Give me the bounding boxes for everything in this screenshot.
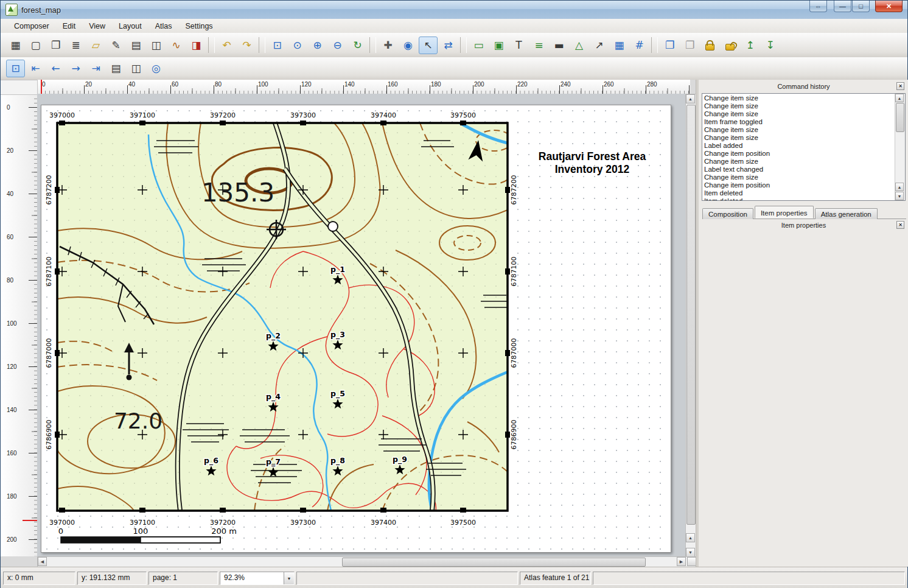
maximize-button[interactable]: □ [852,1,870,12]
group-items-button[interactable]: ❐ [660,37,679,54]
save-project-icon: ▦ [10,40,20,51]
history-item[interactable]: Change item size [702,110,895,118]
zoom-out-button[interactable]: ⊖ [328,37,347,54]
atlas-previous-feature-button[interactable]: ← [46,60,65,77]
scroll-down-button-2[interactable]: ▼ [686,548,695,557]
unlock-all-items-button[interactable] [721,37,739,54]
add-html-frame-button[interactable]: # [630,37,649,54]
add-arrow-button[interactable]: ↗ [590,37,609,54]
pan-button[interactable]: ✚ [379,37,397,54]
redo-button[interactable]: ↷ [237,37,256,54]
tab-atlas-generation[interactable]: Atlas generation [815,208,878,219]
ruler-left-number: 160 [7,450,17,457]
history-item[interactable]: Item deleted [702,189,895,197]
add-new-label-button[interactable]: T [509,37,528,54]
svg-text:397500: 397500 [450,519,476,527]
lower-selected-items-button[interactable]: ↧ [761,37,780,54]
menu-atlas[interactable]: Atlas [149,20,178,32]
history-scroll-up[interactable]: ▲ [895,94,904,102]
atlas-settings-button[interactable]: ◎ [147,60,166,77]
menu-layout[interactable]: Layout [113,20,148,32]
ruler-top-number: 200 [474,81,484,88]
history-item[interactable]: Label text changed [702,166,895,173]
scroll-right-button[interactable]: ▶ [677,557,686,566]
refresh-view-button[interactable]: ↻ [348,37,367,54]
new-composer-button[interactable]: ▢ [26,37,45,54]
history-item[interactable]: Item deleted [702,197,895,200]
history-item[interactable]: Change item size [702,173,895,181]
history-item[interactable]: Label added [702,142,895,150]
scroll-left-button[interactable]: ◀ [38,557,47,566]
load-from-template-button[interactable]: ▱ [86,37,105,54]
add-image-button[interactable]: ▣ [489,37,508,54]
command-history-close-button[interactable]: ✕ [896,82,904,90]
history-item[interactable]: Item frame toggled [702,118,895,126]
lock-selected-items-button[interactable] [700,37,719,54]
zoom-combo[interactable]: 92.3% ▼ [220,572,295,585]
zoom-actual-size-button[interactable]: ⊙ [288,37,307,54]
close-button[interactable]: ✕ [875,1,903,12]
scalebar[interactable] [61,537,220,543]
history-item[interactable]: Change item size [702,126,895,134]
history-item[interactable]: Change item position [702,181,895,189]
export-as-image-icon: ◫ [151,40,161,51]
tab-composition[interactable]: Composition [702,208,753,219]
raise-selected-items-button[interactable]: ↥ [741,37,760,54]
svg-text:6786900: 6786900 [45,420,53,450]
history-item[interactable]: Change item size [702,158,895,166]
ungroup-items-button[interactable]: ❐ [680,37,699,54]
history-item[interactable]: Change item position [702,150,895,158]
minimize-button[interactable]: — [834,1,851,12]
print-atlas-button[interactable]: ▤ [107,60,125,77]
history-item[interactable]: Change item size [702,134,895,142]
export-as-svg-button[interactable]: ∿ [167,37,186,54]
history-scrollbar[interactable]: ▲ ▲ ▼ [895,94,905,200]
select-move-item-button[interactable]: ↖ [419,37,438,54]
zoom-out-icon: ⊖ [333,40,341,51]
export-atlas-as-image-button[interactable]: ◫ [127,60,145,77]
history-scroll-down[interactable]: ▼ [895,192,904,200]
duplicate-composer-button[interactable]: ❐ [46,37,65,54]
tab-item-properties[interactable]: Item properties [755,206,814,219]
atlas-last-feature-button[interactable]: ⇥ [86,60,105,77]
zoom-tool-button[interactable]: ◉ [399,37,417,54]
save-as-template-button[interactable]: ✎ [107,37,125,54]
export-as-image-button[interactable]: ◫ [147,37,166,54]
menu-edit[interactable]: Edit [57,20,82,32]
history-item[interactable]: Change item size [702,94,895,102]
composition-page[interactable]: 135.372.03 p_1p_2p_3p_4p_5p_6p_7p_8p_9 3… [41,105,671,553]
move-item-content-button[interactable]: ⇄ [439,37,458,54]
menu-view[interactable]: View [83,20,111,32]
scroll-down-button[interactable]: ▲ [686,533,695,542]
atlas-next-feature-button[interactable]: → [66,60,85,77]
select-rectangle-tool-button[interactable]: ⊡ [6,60,25,77]
add-new-map-button[interactable]: ▭ [469,37,488,54]
add-attribute-table-button[interactable]: ▦ [610,37,629,54]
add-new-legend-button[interactable]: ≡ [529,37,548,54]
composition-canvas[interactable]: 135.372.03 p_1p_2p_3p_4p_5p_6p_7p_8p_9 3… [37,94,685,556]
scroll-up-button[interactable]: ▲ [686,94,695,103]
window-layout-button[interactable]: ⇔ [809,1,827,12]
zoom-in-button[interactable]: ⊕ [308,37,327,54]
save-project-button[interactable]: ▦ [6,37,25,54]
composer-manager-button[interactable]: ≣ [66,37,85,54]
history-scroll-up-2[interactable]: ▲ [895,183,904,191]
hscroll-thumb[interactable] [342,558,646,567]
atlas-first-feature-button[interactable]: ⇤ [26,60,45,77]
menu-composer[interactable]: Composer [8,20,55,32]
add-basic-shape-button[interactable]: △ [570,37,588,54]
undo-button[interactable]: ↶ [217,37,236,54]
zoom-full-button[interactable]: ⊡ [268,37,287,54]
item-properties-close-button[interactable]: ✕ [896,221,904,229]
zoom-dropdown-button[interactable]: ▼ [284,572,294,584]
export-as-pdf-button[interactable]: ◨ [187,37,206,54]
map-title-label[interactable]: Rautjarvi Forest Area Inventory 2012 [528,150,657,176]
ruler-top-number: 160 [388,81,398,88]
menu-settings[interactable]: Settings [179,20,218,32]
history-scroll-thumb[interactable] [896,103,904,132]
add-new-scalebar-button[interactable]: ▬ [550,37,568,54]
history-item[interactable]: Change item size [702,102,895,110]
vscroll-thumb[interactable] [686,105,696,525]
print-button[interactable]: ▤ [127,37,145,54]
ruler-cursor-y [23,520,37,521]
